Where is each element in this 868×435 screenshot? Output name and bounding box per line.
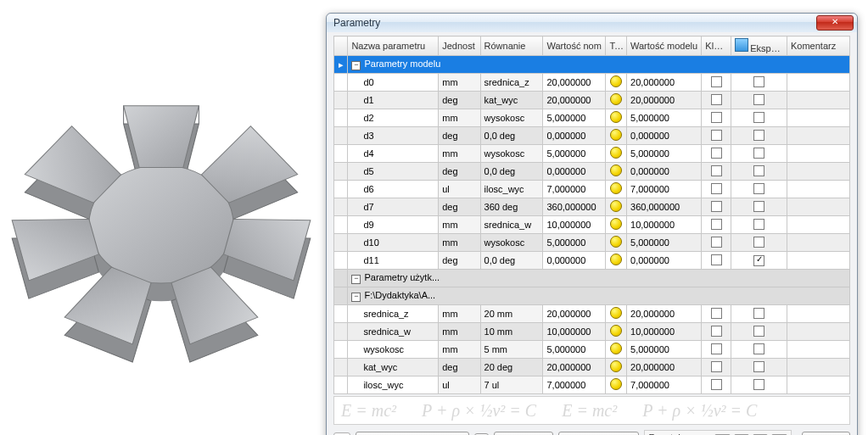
table-row[interactable]: d2mmwysokosc5,0000005,000000 bbox=[334, 109, 850, 127]
table-row[interactable]: d1degkat_wyc20,00000020,000000 bbox=[334, 92, 850, 109]
col-unit[interactable]: Jednost bbox=[439, 36, 480, 56]
parameters-dialog: Parametry ✕ Nazwa parametru Jednost Równ… bbox=[326, 13, 858, 435]
tolerance-dot-icon[interactable] bbox=[610, 165, 622, 176]
update-button[interactable]: Uaktualnij bbox=[494, 432, 553, 435]
table-row[interactable]: d7deg360 deg360,000000360,000000 bbox=[334, 198, 850, 216]
tolerance-dot-icon[interactable] bbox=[610, 307, 622, 319]
model-preview bbox=[4, 59, 318, 373]
tolerance-dot-icon[interactable] bbox=[610, 200, 622, 212]
tolerance-dot-icon[interactable] bbox=[610, 218, 622, 230]
less-button[interactable]: << Mniej bbox=[802, 432, 850, 435]
export-checkbox[interactable] bbox=[753, 76, 764, 87]
table-row[interactable]: d4mmwysokosc5,0000005,000000 bbox=[334, 145, 850, 163]
key-checkbox[interactable] bbox=[711, 183, 722, 194]
col-eq[interactable]: Równanie bbox=[480, 36, 543, 56]
col-name[interactable]: Nazwa parametru bbox=[348, 36, 439, 56]
tolerance-dot-icon[interactable] bbox=[610, 182, 622, 194]
export-checkbox[interactable] bbox=[753, 361, 764, 372]
titlebar[interactable]: Parametry ✕ bbox=[327, 14, 857, 32]
col-nom[interactable]: Wartość nom bbox=[543, 36, 606, 56]
table-row[interactable]: d0mmsrednica_z20,00000020,000000 bbox=[334, 74, 850, 92]
tolerance-dot-icon[interactable] bbox=[610, 378, 622, 390]
tolerance-dot-icon[interactable] bbox=[610, 75, 622, 87]
table-header-row: Nazwa parametru Jednost Równanie Wartość… bbox=[334, 36, 850, 56]
key-checkbox[interactable] bbox=[711, 361, 722, 372]
export-checkbox[interactable] bbox=[753, 308, 764, 319]
key-checkbox[interactable] bbox=[711, 112, 722, 123]
key-checkbox[interactable] bbox=[711, 148, 722, 159]
table-row[interactable]: srednica_wmm10 mm10,00000010,000000 bbox=[334, 323, 850, 341]
export-checkbox[interactable] bbox=[753, 219, 764, 230]
export-checkbox[interactable] bbox=[753, 379, 764, 390]
formula-background: E = mc² P + ρ × ½v² = C E = mc² P + ρ × … bbox=[333, 396, 850, 425]
export-checkbox[interactable] bbox=[753, 112, 764, 123]
key-checkbox[interactable] bbox=[711, 130, 722, 141]
close-button[interactable]: ✕ bbox=[816, 15, 854, 31]
key-checkbox[interactable] bbox=[711, 165, 722, 176]
tolerance-dot-icon[interactable] bbox=[610, 111, 622, 123]
tolerance-dot-icon[interactable] bbox=[610, 325, 622, 337]
col-tol[interactable]: Tol. bbox=[606, 36, 627, 56]
export-checkbox[interactable] bbox=[753, 165, 764, 176]
key-checkbox[interactable] bbox=[711, 308, 722, 319]
table-row[interactable]: kat_wycdeg20 deg20,00000020,000000 bbox=[334, 359, 850, 376]
export-checkbox[interactable] bbox=[753, 183, 764, 194]
table-row[interactable]: d6ulilosc_wyc7,0000007,000000 bbox=[334, 181, 850, 198]
key-checkbox[interactable] bbox=[711, 94, 722, 105]
table-row[interactable]: srednica_zmm20 mm20,00000020,000000 bbox=[334, 305, 850, 323]
section-row[interactable]: −Parametry użytk... bbox=[334, 270, 850, 287]
table-row[interactable]: d10mmwysokosc5,0000005,000000 bbox=[334, 234, 850, 252]
tolerance-dot-icon[interactable] bbox=[610, 147, 622, 159]
key-checkbox[interactable] bbox=[711, 343, 722, 354]
key-checkbox[interactable] bbox=[711, 201, 722, 212]
export-checkbox[interactable] bbox=[753, 237, 764, 248]
dialog-title: Parametry bbox=[333, 17, 380, 29]
col-model[interactable]: Wartość modelu bbox=[627, 36, 702, 56]
col-export[interactable]: Eksportuj pa bbox=[731, 36, 787, 56]
tolerance-dot-icon[interactable] bbox=[610, 236, 622, 248]
export-icon bbox=[735, 38, 748, 52]
table-row[interactable]: d3deg0,0 deg0,0000000,000000 bbox=[334, 127, 850, 145]
key-checkbox[interactable] bbox=[711, 254, 722, 265]
key-checkbox[interactable] bbox=[711, 219, 722, 230]
export-checkbox[interactable] bbox=[753, 130, 764, 141]
export-checkbox[interactable] bbox=[753, 255, 764, 266]
tolerance-dot-icon[interactable] bbox=[610, 254, 622, 265]
tolerance-dot-icon[interactable] bbox=[610, 343, 622, 354]
table-row[interactable]: ilosc_wycul7 ul7,0000007,000000 bbox=[334, 376, 850, 394]
key-checkbox[interactable] bbox=[711, 326, 722, 337]
col-key[interactable]: Klucz bbox=[702, 36, 731, 56]
tolerance-dot-icon[interactable] bbox=[610, 129, 622, 141]
add-numeric-button[interactable]: Dodaj wartość numeryczną bbox=[356, 432, 469, 435]
table-row[interactable]: d9mmsrednica_w10,00000010,000000 bbox=[334, 216, 850, 234]
export-checkbox[interactable] bbox=[753, 343, 764, 354]
export-checkbox[interactable] bbox=[753, 326, 764, 337]
export-checkbox[interactable] bbox=[753, 201, 764, 212]
export-checkbox[interactable] bbox=[753, 148, 764, 159]
export-checkbox[interactable] bbox=[753, 94, 764, 105]
parameters-table[interactable]: Nazwa parametru Jednost Równanie Wartość… bbox=[333, 36, 850, 394]
section-row[interactable]: ▸−Parametry modelu bbox=[334, 56, 850, 74]
key-checkbox[interactable] bbox=[711, 76, 722, 87]
tolerance-dot-icon[interactable] bbox=[610, 93, 622, 105]
col-comment[interactable]: Komentarz bbox=[787, 36, 849, 56]
remove-unused-button[interactable]: Usuń nieużywane bbox=[558, 432, 639, 435]
tolerance-dot-icon[interactable] bbox=[610, 360, 622, 372]
table-row[interactable]: d5deg0,0 deg0,0000000,000000 bbox=[334, 163, 850, 181]
table-row[interactable]: wysokoscmm5 mm5,0000005,000000 bbox=[334, 341, 850, 359]
section-row[interactable]: −F:\Dydaktyka\A... bbox=[334, 287, 850, 305]
key-checkbox[interactable] bbox=[711, 237, 722, 248]
table-row[interactable]: d11deg0,0 deg0,0000000,000000 bbox=[334, 252, 850, 270]
key-checkbox[interactable] bbox=[711, 379, 722, 390]
reset-tolerance-group: Resetuj tolerancję + ▲ − bbox=[644, 430, 791, 435]
